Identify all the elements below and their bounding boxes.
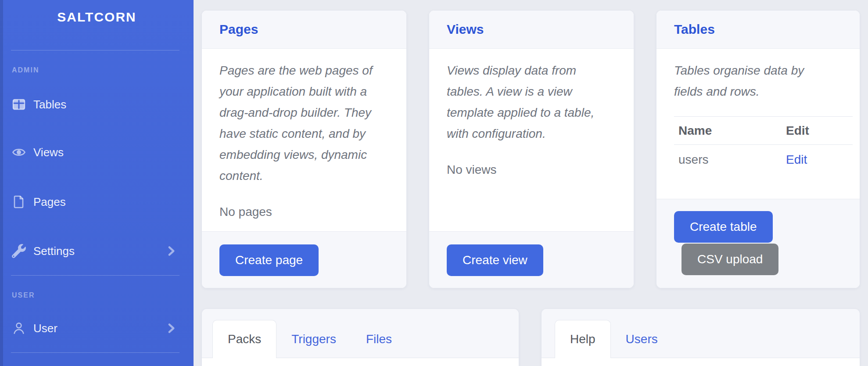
- column-header-name: Name: [678, 124, 786, 138]
- file-icon: [12, 195, 26, 209]
- sidebar-item-label: Settings: [33, 244, 75, 258]
- views-card-body: Views display data from tables. A view i…: [429, 49, 634, 180]
- views-description: Views display data from tables. A view i…: [447, 60, 616, 144]
- sidebar-section-user: USER: [12, 291, 35, 299]
- tab-files[interactable]: Files: [351, 320, 407, 358]
- tables-card: Tables Tables organise data by fields an…: [656, 10, 860, 288]
- sidebar-section-admin: ADMIN: [12, 66, 39, 74]
- csv-upload-button[interactable]: CSV upload: [681, 244, 778, 275]
- sidebar-item-label: User: [33, 322, 57, 335]
- left-tabstrip: Packs Triggers Files: [212, 320, 514, 358]
- pages-card-header: Pages: [202, 11, 406, 49]
- column-header-edit: Edit: [786, 124, 809, 138]
- views-card: Views Views display data from tables. A …: [429, 10, 634, 288]
- tab-users[interactable]: Users: [611, 320, 673, 358]
- edit-table-link[interactable]: Edit: [786, 153, 807, 167]
- tables-card-body: Tables organise data by fields and rows.…: [656, 49, 860, 175]
- views-empty-text: No views: [447, 159, 616, 180]
- sidebar: SALTCORN ADMIN Tables Views Pages: [0, 0, 194, 366]
- sidebar-divider: [11, 50, 179, 50]
- tab-triggers[interactable]: Triggers: [276, 320, 351, 358]
- help-tab-content: [542, 358, 860, 366]
- chevron-right-icon: [167, 246, 176, 256]
- tab-packs[interactable]: Packs: [212, 320, 276, 358]
- tables-card-header: Tables: [656, 11, 860, 49]
- sidebar-item-settings[interactable]: Settings: [0, 239, 194, 263]
- views-card-header: Views: [429, 11, 634, 49]
- sidebar-item-user[interactable]: User: [0, 316, 194, 341]
- sidebar-divider: [11, 352, 179, 353]
- help-tab-card: Help Users: [541, 309, 860, 366]
- packs-tab-content: [202, 358, 519, 366]
- create-table-button[interactable]: Create table: [674, 211, 773, 243]
- tables-list: Name Edit users Edit: [674, 116, 853, 175]
- packs-tab-card: Packs Triggers Files: [201, 309, 519, 366]
- sidebar-item-label: Pages: [33, 195, 66, 209]
- person-icon: [12, 321, 26, 335]
- sidebar-item-label: Views: [33, 146, 64, 159]
- tables-card-title: Tables: [674, 22, 715, 37]
- tables-card-footer: Create table CSV upload: [656, 199, 860, 288]
- pages-description: Pages are the web pages of your applicat…: [219, 60, 389, 187]
- right-tabstrip: Help Users: [555, 320, 855, 358]
- pages-card-body: Pages are the web pages of your applicat…: [202, 49, 406, 222]
- sidebar-item-label: Tables: [33, 98, 66, 111]
- table-icon: [12, 97, 26, 111]
- tables-list-header: Name Edit: [674, 117, 853, 145]
- create-view-button[interactable]: Create view: [447, 244, 543, 276]
- sidebar-divider: [11, 275, 179, 276]
- sidebar-item-tables[interactable]: Tables: [0, 92, 194, 117]
- create-page-button[interactable]: Create page: [219, 244, 319, 276]
- sidebar-item-views[interactable]: Views: [0, 140, 194, 165]
- pages-card-footer: Create page: [202, 231, 406, 288]
- pages-card-title: Pages: [219, 22, 258, 37]
- tables-description: Tables organise data by fields and rows.: [674, 60, 856, 102]
- wrench-icon: [12, 244, 26, 258]
- eye-icon: [12, 145, 26, 159]
- tab-help[interactable]: Help: [555, 320, 611, 358]
- sidebar-scrollbar[interactable]: [0, 0, 3, 366]
- pages-empty-text: No pages: [219, 201, 389, 222]
- table-name-cell: users: [678, 153, 786, 167]
- sidebar-item-pages[interactable]: Pages: [0, 190, 194, 214]
- views-card-title: Views: [447, 22, 484, 37]
- views-card-footer: Create view: [429, 231, 634, 288]
- table-row: users Edit: [674, 145, 853, 175]
- brand-logo[interactable]: SALTCORN: [0, 10, 194, 25]
- pages-card: Pages Pages are the web pages of your ap…: [201, 10, 407, 288]
- chevron-right-icon: [167, 323, 176, 334]
